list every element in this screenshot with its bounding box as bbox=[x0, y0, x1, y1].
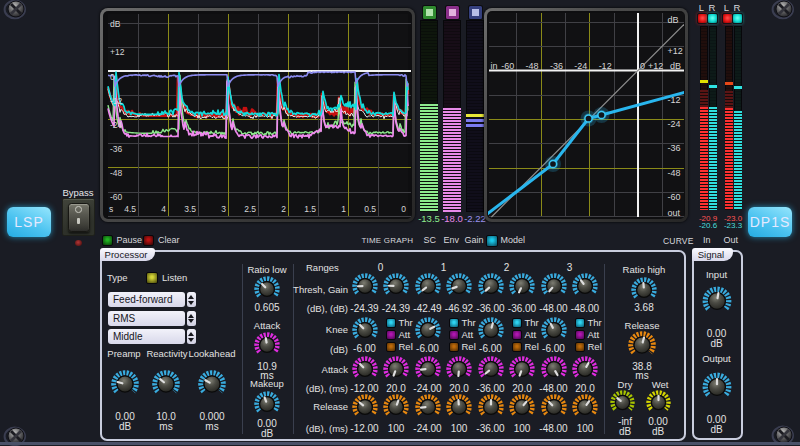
svg-text:-24: -24 bbox=[110, 120, 123, 130]
svg-text:1.5: 1.5 bbox=[304, 204, 316, 214]
svg-text:in: in bbox=[491, 61, 498, 71]
svg-text:s: s bbox=[109, 204, 113, 214]
svg-text:-36: -36 bbox=[550, 61, 563, 71]
svg-text:+12: +12 bbox=[110, 47, 125, 57]
svg-text:dB: dB bbox=[110, 19, 121, 29]
svg-text:-24: -24 bbox=[668, 119, 681, 129]
svg-text:0: 0 bbox=[640, 61, 645, 71]
svg-text:0: 0 bbox=[401, 204, 406, 214]
svg-text:2.5: 2.5 bbox=[244, 204, 256, 214]
svg-text:3.5: 3.5 bbox=[184, 204, 196, 214]
svg-text:out: out bbox=[668, 208, 681, 218]
svg-text:-60: -60 bbox=[501, 61, 514, 71]
svg-text:-48: -48 bbox=[526, 61, 539, 71]
svg-text:-60: -60 bbox=[110, 192, 123, 202]
svg-text:-12: -12 bbox=[668, 95, 681, 105]
svg-text:-24: -24 bbox=[574, 61, 587, 71]
svg-text:-36: -36 bbox=[668, 143, 681, 153]
svg-text:1: 1 bbox=[341, 204, 346, 214]
svg-text:-48: -48 bbox=[668, 168, 681, 178]
svg-text:-12: -12 bbox=[599, 61, 612, 71]
svg-text:-60: -60 bbox=[668, 192, 681, 202]
svg-text:0: 0 bbox=[110, 72, 115, 82]
svg-text:0.5: 0.5 bbox=[364, 204, 376, 214]
svg-text:4: 4 bbox=[161, 204, 166, 214]
svg-text:-36: -36 bbox=[110, 144, 123, 154]
svg-text:+12: +12 bbox=[648, 61, 663, 71]
svg-text:dB: dB bbox=[668, 15, 679, 25]
svg-text:-48: -48 bbox=[110, 168, 123, 178]
svg-text:dB: dB bbox=[670, 61, 681, 71]
svg-text:3: 3 bbox=[221, 204, 226, 214]
svg-text:+12: +12 bbox=[668, 46, 683, 56]
svg-text:2: 2 bbox=[281, 204, 286, 214]
svg-text:-12: -12 bbox=[110, 96, 123, 106]
svg-text:4.5: 4.5 bbox=[124, 204, 136, 214]
